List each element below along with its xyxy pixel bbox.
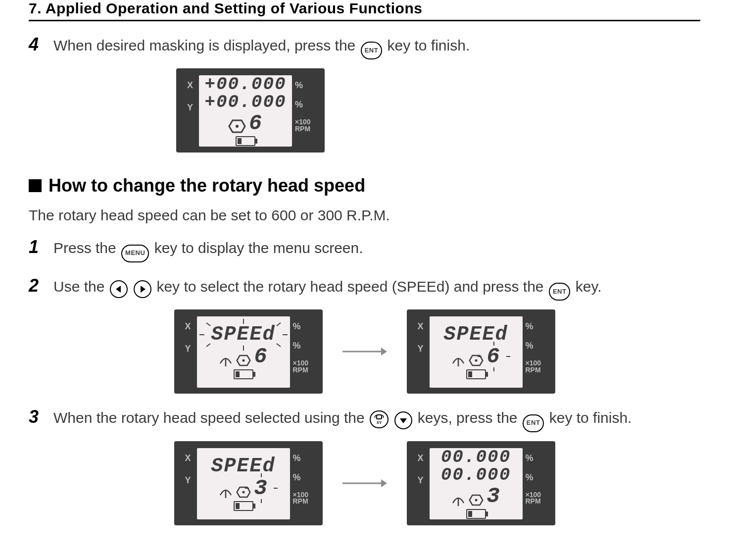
svg-point-1: [236, 125, 239, 128]
lcd-digit: 6: [249, 112, 263, 134]
svg-marker-16: [381, 348, 387, 356]
step-1: 1 Press the MENU key to display the menu…: [29, 237, 700, 262]
step-text: When desired masking is displayed, press…: [53, 37, 470, 59]
percent-label: %: [526, 453, 534, 463]
rpm-label: ×100RPM: [295, 119, 311, 132]
percent-label: %: [293, 472, 301, 483]
svg-line-9: [277, 344, 281, 347]
lcd-row2-value: +00.000: [204, 94, 286, 111]
lcd-row1-value: 00.000: [441, 449, 511, 466]
menu-key-icon: MENU: [121, 245, 149, 262]
text-fragment: key to display the menu screen.: [154, 240, 363, 256]
rpm-label: ×100RPM: [526, 360, 541, 373]
svg-line-11: [277, 323, 281, 326]
percent-label: %: [293, 321, 301, 332]
ent-key-icon: ENT: [549, 283, 571, 301]
lcd-row1-value: +00.000: [204, 76, 286, 94]
x-label: X: [417, 321, 423, 332]
intro-text: The rotary head speed can be set to 600 …: [29, 207, 700, 224]
y-label: Y: [417, 475, 423, 486]
flash-marks-icon: [244, 473, 279, 503]
lcd-row-3: XY SPEEd 3 %%×100RPM: [29, 441, 700, 525]
text-fragment: Press the: [53, 240, 120, 256]
text-fragment: key to select the rotary head speed (SPE…: [156, 278, 547, 295]
svg-text:XY: XY: [377, 420, 382, 425]
down-arrow-key-icon: [394, 411, 412, 429]
right-arrow-key-icon: [134, 280, 151, 298]
step-number: 4: [29, 34, 53, 55]
rpm-text: RPM: [526, 497, 541, 505]
lcd-panel: X Y +00.000 +00.000 6 % % ×100RPM: [176, 68, 325, 153]
y-label: Y: [187, 102, 193, 113]
y-label: Y: [185, 344, 191, 354]
percent-label: %: [295, 80, 303, 91]
arrow-right-icon: [342, 346, 387, 357]
antenna-icon: [451, 493, 466, 507]
y-label: Y: [417, 344, 423, 354]
ent-key-icon: ENT: [361, 42, 383, 59]
hexagon-icon: [236, 354, 251, 367]
svg-point-14: [243, 359, 245, 362]
percent-label: %: [526, 472, 534, 483]
x-label: X: [187, 80, 193, 91]
key-label: ENT: [527, 419, 540, 427]
step-number: 1: [29, 237, 53, 257]
percent-label: %: [293, 341, 301, 351]
text-fragment: key.: [576, 278, 602, 295]
y-label: Y: [185, 475, 191, 486]
battery-icon: [466, 369, 486, 379]
square-bullet-icon: [29, 179, 42, 192]
key-label: ENT: [365, 47, 379, 54]
left-arrow-key-icon: [110, 280, 128, 298]
rpm-label: ×100RPM: [526, 492, 541, 505]
text-fragment: Use the: [53, 278, 109, 295]
text-fragment: keys, press the: [418, 409, 522, 426]
battery-icon: [234, 501, 253, 511]
x-label: X: [185, 321, 191, 332]
battery-icon: [466, 509, 486, 519]
antenna-icon: [218, 485, 233, 499]
lcd-panel: XY SPEEd 6 %%×100RPM: [407, 309, 555, 394]
svg-marker-26: [400, 418, 407, 423]
flash-marks-icon: [477, 342, 511, 371]
arrow-right-icon: [342, 477, 387, 489]
step-number: 3: [29, 407, 53, 427]
svg-rect-24: [377, 415, 382, 419]
svg-marker-2: [116, 286, 121, 293]
rpm-text: RPM: [293, 366, 308, 374]
lcd-panel: XY 00.000 00.000 3 %%×100RPM: [407, 441, 555, 525]
xy-key-icon: XY: [370, 410, 389, 428]
hexagon-icon: [228, 118, 246, 134]
lcd-panel: XY SPEEd 3 %%×100RPM: [174, 441, 323, 525]
step-3: 3 When the rotary head speed selected us…: [29, 407, 700, 432]
step-2: 2 Use the key to select the rotary head …: [29, 275, 700, 301]
battery-icon: [234, 369, 253, 379]
rpm-text: RPM: [526, 366, 541, 374]
step-number: 2: [29, 275, 53, 296]
percent-label: %: [295, 100, 303, 110]
svg-marker-3: [141, 286, 146, 293]
percent-label: %: [526, 321, 534, 332]
svg-line-8: [206, 323, 210, 326]
antenna-icon: [218, 354, 233, 367]
section-heading: How to change the rotary head speed: [29, 175, 700, 196]
ent-key-icon: ENT: [523, 414, 544, 432]
step-text: Use the key to select the rotary head sp…: [53, 278, 602, 301]
svg-marker-35: [381, 479, 387, 487]
svg-line-10: [206, 344, 210, 347]
antenna-icon: [451, 354, 466, 367]
key-label: ENT: [553, 288, 567, 296]
text-fragment: When desired masking is displayed, press…: [53, 37, 360, 53]
lcd-row-2: XY SPEEd 6 %%×100RP: [29, 309, 700, 394]
svg-point-38: [475, 499, 478, 501]
step-4: 4 When desired masking is displayed, pre…: [29, 34, 700, 59]
rpm-text: RPM: [293, 497, 308, 505]
rpm-label: ×100RPM: [293, 360, 309, 373]
battery-icon: [236, 136, 255, 146]
x-label: X: [417, 453, 423, 463]
lcd-row2-value: 00.000: [441, 466, 511, 484]
step-text: When the rotary head speed selected usin…: [53, 409, 632, 432]
percent-label: %: [293, 453, 301, 463]
section-title: How to change the rotary head speed: [49, 175, 365, 196]
x-label: X: [185, 453, 191, 463]
